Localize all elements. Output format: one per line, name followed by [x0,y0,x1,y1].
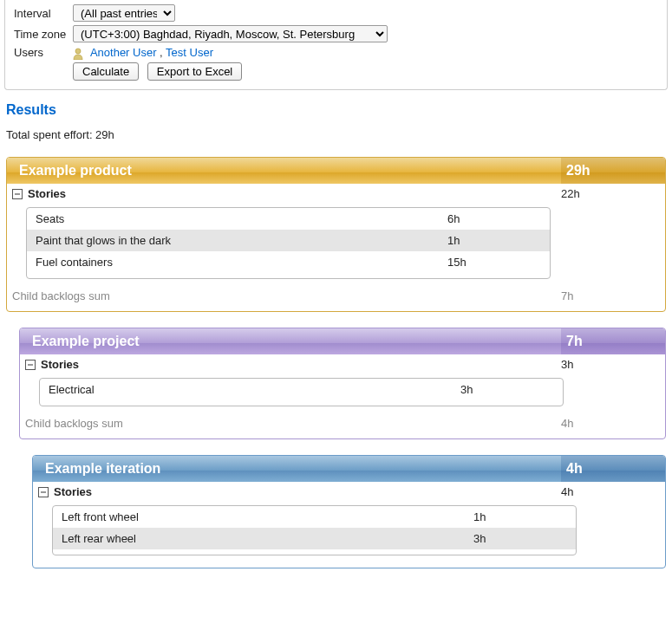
product-block: Example product29hStories22hSeats6hPaint… [6,157,666,312]
users-label: Users [14,46,73,59]
interval-label: Interval [14,7,73,20]
stories-label: Stories [54,485,556,498]
story-row: Electrical3h [40,379,563,400]
stories-section: Stories3h [20,354,665,374]
results-heading: Results [6,102,666,118]
user-icon [73,48,83,59]
interval-select[interactable]: (All past entries) [73,4,175,22]
stories-section: Stories4h [33,482,665,502]
story-hours: 6h [447,212,541,225]
block-hours: 29h [561,158,665,184]
block-title: Example project [20,334,561,349]
collapse-icon[interactable] [12,189,23,199]
child-backlogs-sum: Child backlogs sum7h [7,286,665,306]
total-effort: Total spent effort: 29h [6,128,666,141]
story-row: Left front wheel1h [53,506,576,528]
block-hours: 7h [561,328,665,354]
story-name: Fuel containers [36,256,447,269]
story-row: Left rear wheel3h [53,528,576,549]
block-header: Example iteration4h [33,456,665,482]
story-hours: 3h [460,383,554,396]
story-name: Seats [36,212,447,225]
child-sum-hours: 7h [556,289,660,302]
child-sum-hours: 4h [556,417,660,430]
stories-label: Stories [41,358,556,371]
story-hours: 1h [447,234,541,247]
timezone-label: Time zone [14,28,73,41]
collapse-icon[interactable] [38,487,49,497]
user-link[interactable]: Another User [90,46,157,59]
story-row: Paint that glows in the dark1h [27,230,550,251]
user-separator: , [157,46,166,59]
block-title: Example iteration [33,461,561,477]
story-hours: 1h [473,510,567,523]
user-link[interactable]: Test User [166,46,213,59]
export-button[interactable]: Export to Excel [147,62,242,81]
block-hours: 4h [561,456,665,482]
stories-table: Seats6hPaint that glows in the dark1hFue… [26,207,551,279]
iteration-block: Example iteration4hStories4hLeft front w… [32,455,666,568]
stories-section: Stories22h [7,184,665,204]
child-backlogs-sum: Child backlogs sum4h [20,413,665,433]
story-name: Left front wheel [62,510,473,523]
child-sum-label: Child backlogs sum [25,417,556,430]
stories-table: Left front wheel1hLeft rear wheel3h [52,505,577,555]
block-header: Example product29h [7,158,665,184]
story-name: Electrical [49,383,460,396]
timezone-select[interactable]: (UTC+3:00) Baghdad, Riyadh, Moscow, St. … [73,25,388,42]
collapse-icon[interactable] [25,360,36,370]
block-title: Example product [7,163,561,179]
child-sum-label: Child backlogs sum [12,289,556,302]
stories-label: Stories [28,187,556,200]
story-row: Seats6h [27,208,550,230]
calculate-button[interactable]: Calculate [73,62,139,81]
story-row: Fuel containers15h [27,251,550,273]
svg-point-0 [75,49,81,54]
stories-hours: 3h [556,358,660,371]
filter-form: Interval (All past entries) Time zone (U… [4,0,668,90]
stories-table: Electrical3h [39,378,564,406]
block-header: Example project7h [20,328,665,354]
stories-hours: 4h [556,485,660,498]
project-block: Example project7hStories3hElectrical3hCh… [19,328,666,439]
story-name: Left rear wheel [62,532,473,545]
story-name: Paint that glows in the dark [36,234,447,247]
story-hours: 15h [447,256,541,269]
stories-hours: 22h [556,187,660,200]
story-hours: 3h [473,532,567,545]
